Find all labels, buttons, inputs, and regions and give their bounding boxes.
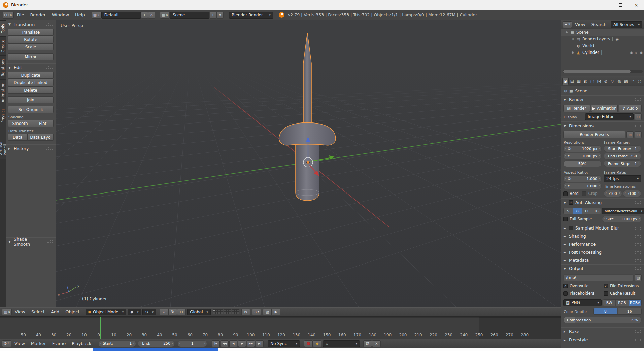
collapsed-icon[interactable]: ⊕ [571,51,574,54]
menu-view[interactable]: View [572,20,588,29]
viewport-shading-select[interactable]: ● [128,309,141,315]
current-frame-indicator[interactable] [100,317,101,339]
menu-search[interactable]: Search [588,20,610,29]
properties-tab-scene[interactable]: ▦ [576,78,582,85]
scene-name-field[interactable]: Scene [170,12,209,19]
delete-button[interactable]: Delete [8,86,54,94]
layer-cell[interactable] [229,312,231,314]
aspect-y-field[interactable]: Y:1.000 [563,183,602,189]
aa-samples-11[interactable]: 11 [582,208,592,214]
layer-cell[interactable] [226,312,229,314]
aa-samples-5[interactable]: 5 [564,208,573,214]
layer-cell[interactable] [232,309,234,312]
render-engine-select[interactable]: Blender Render [229,12,273,19]
tab-physics[interactable]: Physics [0,105,6,126]
animation-button[interactable]: ▶ Animation [591,105,618,112]
play-reverse-button[interactable]: ◀ [229,340,237,347]
layer-cell[interactable] [229,309,231,312]
aspect-x-field[interactable]: X:1.000 [563,175,602,182]
layer-cell[interactable] [215,312,218,314]
restrict-select-icon[interactable]: ▻ [635,51,638,55]
duplicate-linked-button[interactable]: Duplicate Linked [8,79,54,86]
layer-cell[interactable] [232,312,234,314]
properties-tab-data[interactable]: ▽ [609,78,616,85]
jump-prev-keyframe-button[interactable]: ◀◀ [221,340,229,347]
menu-window[interactable]: Window [49,10,72,20]
compression-slider[interactable]: Compression: 15% [563,317,642,323]
outliner-row-cylinder[interactable]: ⊕ ▲ Cylinder | ◉ ▻ ◉ [561,49,644,56]
properties-tab-world[interactable]: ◐ [582,78,589,85]
layer-cell[interactable] [226,309,229,312]
render-button[interactable]: ▨ Render [563,105,590,112]
checkbox[interactable] [604,284,608,288]
panel-header-redo-shade-smooth[interactable]: ▼ Shade Smooth [6,237,56,245]
scale-button[interactable]: Scale [8,43,54,50]
properties-tab-render[interactable]: ◉ [562,78,569,85]
outliner-scrollbar[interactable] [563,70,643,73]
layout-delete-button[interactable]: × [148,12,155,19]
av-sync-select[interactable]: No Sync [268,340,300,347]
3d-viewport[interactable]: y x User Persp (1) Cylinder [56,20,561,307]
output-path-field[interactable]: /tmp\ [563,274,634,281]
lock-to-scene-toggle[interactable]: ⊠ [241,309,250,315]
manipulator-rotate-toggle[interactable]: ↻ [168,309,177,315]
editor-type-button-3d-view[interactable]: ▥ ⇅ [2,309,12,315]
scene-delete-button[interactable]: × [216,12,224,19]
layer-cell[interactable] [221,309,223,312]
layer-cell[interactable] [234,312,237,314]
manipulator-translate-toggle[interactable]: ⊕ [160,309,168,315]
menu-add[interactable]: Add [48,307,62,317]
panel-header-render[interactable]: ▼ Render [561,95,644,103]
editor-type-button-outliner[interactable]: ≡ ⇅ [563,21,572,28]
properties-tab-render-layers[interactable]: ▤ [569,78,575,85]
play-button[interactable]: ▶ [238,340,246,347]
frame-step-field[interactable]: Frame Step:1 [604,160,641,167]
keying-insert-button[interactable]: ◆ [313,340,321,347]
preset-add-button[interactable]: ⊞ [626,131,634,138]
aa-filter-select[interactable]: Mitchell-Netravali [602,208,644,214]
opengl-render-button[interactable]: ▨ [263,309,272,315]
tab-relations[interactable]: Relations [0,55,6,79]
duplicate-button[interactable]: Duplicate [8,72,54,79]
frame-rate-select[interactable]: 24 fps [604,175,641,182]
outliner-row-renderlayers[interactable]: ⊕ ▤ RenderLayers | ◉ [561,36,644,42]
outliner-row-scene[interactable]: ⊖ ▦ Scene [561,29,644,36]
snap-toggle[interactable]: ∩ ▾ [252,309,261,315]
menu-view[interactable]: View [11,339,28,348]
tab-create[interactable]: Create [0,36,6,55]
properties-tab-material[interactable]: ◍ [616,78,622,85]
layer-cell[interactable] [224,309,226,312]
layer-cell[interactable] [221,312,223,314]
checkbox[interactable] [582,191,586,196]
panel-header-performance[interactable]: ► Performance [561,240,644,248]
layer-cell[interactable] [218,312,221,314]
panel-grip[interactable] [635,124,641,127]
panel-grip[interactable] [635,330,641,333]
rotate-button[interactable]: Rotate [8,36,54,43]
menu-frame[interactable]: Frame [49,339,69,348]
mode-select[interactable]: ■ Object Mode [86,309,127,315]
tab-grease-pencil[interactable]: Grease Pencil [0,126,6,159]
menu-view[interactable]: View [12,307,28,317]
channels-bw[interactable]: BW [603,300,616,306]
layer-cell[interactable] [237,312,239,314]
panel-header-dimensions[interactable]: ▼ Dimensions [561,121,644,130]
preset-remove-button[interactable]: ⊟ [635,131,642,138]
pivot-point-select[interactable]: ⊙ [142,309,156,315]
layer-cell[interactable] [213,312,215,314]
border-checkbox[interactable]: Bord [563,191,579,196]
menu-playback[interactable]: Playback [69,339,94,348]
panel-header-history[interactable]: ► History [6,144,56,152]
timeline-ruler[interactable]: -50-40-30-20-100102030405060708090100110… [0,316,561,339]
browse-folder-button[interactable]: ▤ [635,274,642,281]
expanded-icon[interactable]: ⊖ [565,31,568,34]
resolution-y-field[interactable]: Y:1080 px [563,153,602,160]
start-frame-field[interactable]: Start:1 [98,340,136,347]
full-sample-checkbox[interactable]: Full Sample [563,217,601,221]
keying-delete-button[interactable]: × [372,340,381,347]
end-frame-field[interactable]: End Frame:250 [604,153,641,160]
tab-tools[interactable]: Tools [0,20,6,36]
file-extensions-checkbox[interactable]: File Extensions [604,284,641,288]
panel-header-transform[interactable]: ▼ Transform [6,20,56,28]
restrict-render-camera-icon[interactable]: ◉ [640,51,643,55]
